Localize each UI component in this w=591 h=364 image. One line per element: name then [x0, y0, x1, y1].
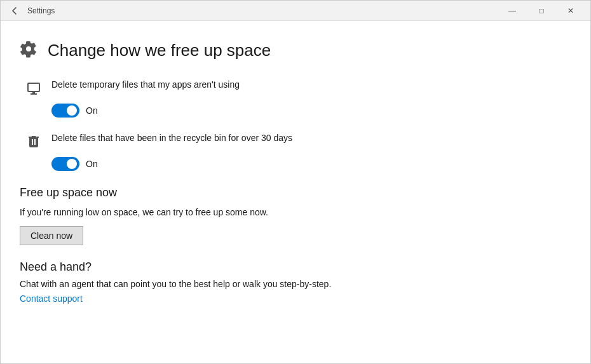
clean-now-button[interactable]: Clean now — [20, 226, 83, 245]
setting-row-temp: Delete temporary files that my apps aren… — [26, 79, 565, 98]
monitor-icon — [26, 81, 41, 98]
minimize-button[interactable]: — — [498, 1, 527, 21]
gear-icon — [20, 40, 37, 60]
restore-button[interactable]: □ — [527, 1, 556, 21]
title-bar-left: Settings — [8, 6, 55, 16]
recycle-bin-toggle-label: On — [86, 159, 98, 169]
need-a-hand-section: Need a hand? Chat with an agent that can… — [20, 260, 565, 304]
recycle-bin-toggle[interactable] — [51, 157, 79, 171]
back-button[interactable] — [8, 6, 21, 16]
recycle-bin-toggle-row: On — [51, 157, 565, 171]
setting-temp-files: Delete temporary files that my apps aren… — [20, 79, 565, 118]
need-a-hand-description: Chat with an agent that can point you to… — [20, 279, 565, 289]
settings-window: Settings — □ ✕ Change how we free up spa… — [0, 0, 591, 364]
trash-icon — [26, 134, 41, 152]
temp-files-label: Delete temporary files that my apps aren… — [51, 79, 565, 90]
page-header: Change how we free up space — [20, 40, 565, 60]
temp-files-toggle[interactable] — [51, 104, 79, 118]
recycle-bin-label: Delete files that have been in the recyc… — [51, 133, 565, 143]
page-title: Change how we free up space — [48, 41, 271, 60]
setting-recycle-bin: Delete files that have been in the recyc… — [20, 133, 565, 171]
window-controls: — □ ✕ — [498, 1, 585, 21]
free-up-space-description: If you're running low on space, we can t… — [20, 207, 565, 217]
title-bar: Settings — □ ✕ — [1, 1, 590, 21]
need-a-hand-title: Need a hand? — [20, 260, 565, 274]
window-title: Settings — [27, 6, 55, 15]
free-up-space-section: Free up space now If you're running low … — [20, 186, 565, 260]
close-button[interactable]: ✕ — [556, 1, 585, 21]
temp-files-toggle-row: On — [51, 104, 565, 118]
temp-files-toggle-label: On — [86, 105, 98, 116]
free-up-space-title: Free up space now — [20, 186, 565, 199]
page-content: Change how we free up space Delete tempo… — [1, 21, 590, 363]
contact-support-link[interactable]: Contact support — [20, 293, 83, 304]
setting-row-recycle: Delete files that have been in the recyc… — [26, 133, 565, 152]
